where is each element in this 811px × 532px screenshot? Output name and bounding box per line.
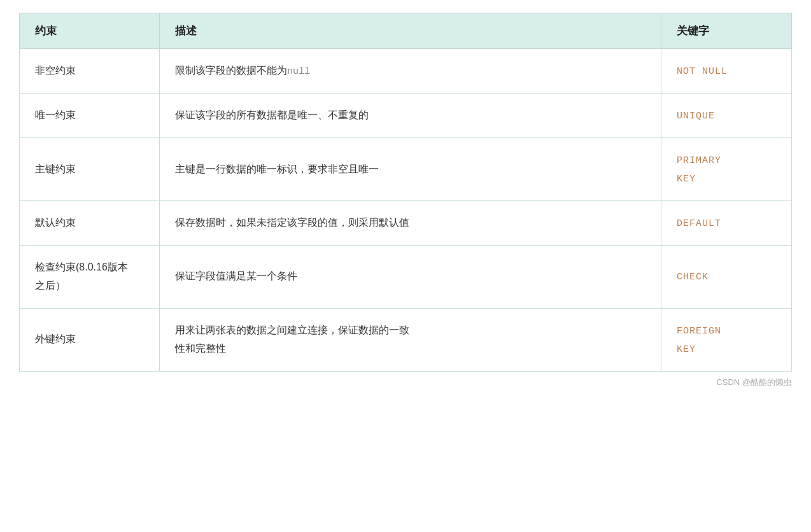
table-row: 非空约束限制该字段的数据不能为nullNOT NULL bbox=[20, 49, 792, 94]
inline-code: null bbox=[287, 66, 310, 77]
keyword-cell: CHECK bbox=[661, 246, 792, 309]
description-cell: 保存数据时，如果未指定该字段的值，则采用默认值 bbox=[160, 201, 661, 246]
constraint-cell: 默认约束 bbox=[20, 201, 160, 246]
constraint-cell: 检查约束(8.0.16版本 之后） bbox=[20, 246, 160, 309]
constraint-cell: 主键约束 bbox=[20, 138, 160, 201]
keyword-cell: FOREIGN KEY bbox=[661, 308, 792, 371]
description-cell: 保证该字段的所有数据都是唯一、不重复的 bbox=[160, 94, 661, 138]
table-row: 主键约束主键是一行数据的唯一标识，要求非空且唯一PRIMARY KEY bbox=[20, 138, 792, 201]
keyword-cell: DEFAULT bbox=[661, 201, 792, 246]
table-header-row: 约束 描述 关键字 bbox=[20, 13, 792, 49]
keyword-code: UNIQUE bbox=[677, 111, 715, 122]
table-row: 外键约束用来让两张表的数据之间建立连接，保证数据的一致 性和完整性FOREIGN… bbox=[20, 308, 792, 371]
header-keyword: 关键字 bbox=[661, 13, 792, 49]
table-row: 默认约束保存数据时，如果未指定该字段的值，则采用默认值DEFAULT bbox=[20, 201, 792, 246]
keyword-code: NOT NULL bbox=[677, 66, 728, 77]
header-description: 描述 bbox=[160, 13, 661, 49]
keyword-cell: NOT NULL bbox=[661, 49, 792, 94]
header-constraint: 约束 bbox=[20, 13, 160, 49]
constraint-cell: 外键约束 bbox=[20, 308, 160, 371]
constraint-cell: 唯一约束 bbox=[20, 94, 160, 138]
constraints-table: 约束 描述 关键字 非空约束限制该字段的数据不能为nullNOT NULL唯一约… bbox=[19, 13, 792, 372]
page-container: 约束 描述 关键字 非空约束限制该字段的数据不能为nullNOT NULL唯一约… bbox=[0, 0, 811, 532]
description-cell: 主键是一行数据的唯一标识，要求非空且唯一 bbox=[160, 138, 661, 201]
keyword-code: DEFAULT bbox=[677, 218, 721, 229]
keyword-code: FOREIGN KEY bbox=[677, 326, 721, 355]
keyword-cell: UNIQUE bbox=[661, 94, 792, 138]
watermark: CSDN @酷酷的懒虫 bbox=[19, 377, 792, 388]
keyword-code: PRIMARY KEY bbox=[677, 155, 721, 185]
table-row: 检查约束(8.0.16版本 之后）保证字段值满足某一个条件CHECK bbox=[20, 246, 792, 309]
keyword-code: CHECK bbox=[677, 272, 709, 283]
description-cell: 用来让两张表的数据之间建立连接，保证数据的一致 性和完整性 bbox=[160, 308, 661, 371]
constraint-cell: 非空约束 bbox=[20, 49, 160, 94]
description-cell: 保证字段值满足某一个条件 bbox=[160, 246, 661, 309]
description-cell: 限制该字段的数据不能为null bbox=[160, 49, 661, 94]
table-row: 唯一约束保证该字段的所有数据都是唯一、不重复的UNIQUE bbox=[20, 94, 792, 138]
keyword-cell: PRIMARY KEY bbox=[661, 138, 792, 201]
